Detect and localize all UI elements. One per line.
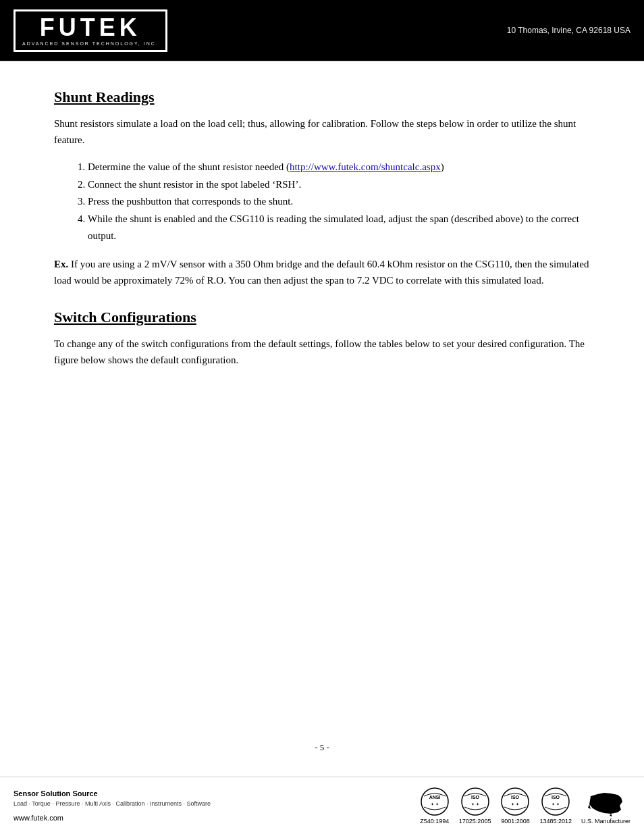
header-address: 10 Thomas, Irvine, CA 92618 USA: [507, 26, 630, 35]
cert-badge-iso17025: ISO ✦ ✦ 17025:2005: [459, 787, 491, 825]
switch-configurations-heading: Switch Configurations: [54, 309, 590, 326]
footer-company-name: Sensor Solution Source: [14, 789, 211, 798]
svg-point-0: [421, 788, 448, 815]
iso13485-label: 13485:2012: [539, 818, 572, 825]
step-1-text-before: Determine the value of the shunt resisto…: [88, 161, 290, 172]
svg-text:ISO: ISO: [511, 795, 520, 800]
svg-text:ISO: ISO: [471, 795, 480, 800]
logo-box: FUTEK ADVANCED SENSOR TECHNOLOGY, INC.: [14, 9, 167, 52]
svg-text:ANSI: ANSI: [429, 795, 440, 800]
main-content: Shunt Readings Shunt resistors simulate …: [0, 61, 644, 392]
svg-text:✦ ✦: ✦ ✦: [512, 802, 520, 806]
page-number: - 5 -: [0, 742, 644, 753]
ansi-label: Z540:1994: [420, 818, 449, 825]
iso9001-icon: ISO ✦ ✦: [500, 787, 530, 816]
cert-badge-iso9001: ISO ✦ ✦ 9001:2008: [500, 787, 530, 825]
svg-text:✦ ✦: ✦ ✦: [471, 802, 479, 806]
shunt-readings-section: Shunt Readings Shunt resistors simulate …: [54, 88, 590, 288]
cert-badge-iso13485: ISO ✦ ✦ 13485:2012: [539, 787, 572, 825]
steps-list: Determine the value of the shunt resisto…: [88, 159, 590, 245]
shunt-calc-link[interactable]: http://www.futek.com/shuntcalc.aspx: [290, 161, 441, 172]
switch-configurations-section: Switch Configurations To change any of t…: [54, 309, 590, 368]
usa-map-icon: [587, 791, 624, 816]
step-1-text-after: ): [441, 161, 444, 172]
svg-text:✦ ✦: ✦ ✦: [552, 802, 560, 806]
svg-point-9: [542, 788, 569, 815]
cert-badge-ansi: ANSI ✦ ✦ Z540:1994: [420, 787, 450, 825]
page-header: FUTEK ADVANCED SENSOR TECHNOLOGY, INC. 1…: [0, 0, 644, 61]
list-item: While the shunt is enabled and the CSG11…: [88, 211, 590, 245]
shunt-intro-text: Shunt resistors simulate a load on the l…: [54, 115, 590, 148]
footer-left: Sensor Solution Source Load · Torque · P…: [14, 789, 211, 822]
iso17025-icon: ISO ✦ ✦: [460, 787, 490, 816]
example-bold-label: Ex.: [54, 259, 68, 269]
page-footer: Sensor Solution Source Load · Torque · P…: [0, 777, 644, 834]
iso13485-icon: ISO ✦ ✦: [541, 787, 570, 816]
list-item: Determine the value of the shunt resisto…: [88, 159, 590, 176]
footer-website: www.futek.com: [14, 814, 211, 822]
example-body-text: If you are using a 2 mV/V sensor with a …: [54, 259, 589, 286]
shunt-readings-heading: Shunt Readings: [54, 88, 590, 106]
svg-text:ISO: ISO: [552, 795, 560, 800]
logo-subtitle-text: ADVANCED SENSOR TECHNOLOGY, INC.: [22, 41, 159, 46]
logo-futek-text: FUTEK: [40, 16, 141, 40]
footer-tagline: Load · Torque · Pressure · Multi Axis · …: [14, 800, 211, 807]
switch-configurations-body: To change any of the switch configuratio…: [54, 336, 590, 368]
logo-container: FUTEK ADVANCED SENSOR TECHNOLOGY, INC.: [14, 9, 167, 52]
svg-text:✦ ✦: ✦ ✦: [431, 802, 439, 806]
iso17025-label: 17025:2005: [459, 818, 491, 825]
usa-manufacturer-label: U.S. Manufacturer: [581, 818, 630, 825]
ansi-icon: ANSI ✦ ✦: [420, 787, 450, 816]
list-item: Press the pushbutton that corresponds to…: [88, 193, 590, 211]
usa-manufacturer-badge: U.S. Manufacturer: [581, 791, 630, 825]
svg-point-3: [462, 788, 489, 815]
example-paragraph: Ex. If you are using a 2 mV/V sensor wit…: [54, 256, 590, 288]
list-item: Connect the shunt resistor in the spot l…: [88, 176, 590, 194]
svg-point-6: [502, 788, 529, 815]
iso9001-label: 9001:2008: [501, 818, 530, 825]
footer-certifications: ANSI ✦ ✦ Z540:1994 ISO ✦ ✦ 17025:2005 IS…: [420, 787, 630, 825]
